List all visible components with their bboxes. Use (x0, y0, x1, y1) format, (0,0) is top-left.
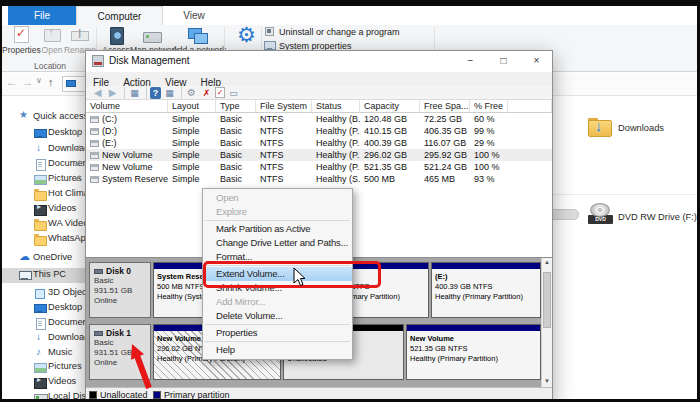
downloads-item-label[interactable]: Downloads (618, 123, 664, 133)
column-header-status[interactable]: Status (312, 100, 360, 113)
cell-type: Basic (216, 125, 256, 137)
sidebar-item-onedrive[interactable]: OneDrive (2, 251, 85, 266)
cell-status: Healthy (P... (312, 161, 360, 173)
open-button[interactable]: Open (39, 26, 65, 58)
music-icon (34, 348, 46, 359)
cell-capacity: 521.35 GB (360, 161, 420, 173)
uninstall-or-change-a-program-button[interactable]: Uninstall or change a program (264, 26, 400, 39)
context-menu-item-open[interactable]: Open (203, 191, 352, 205)
sidebar-item-desktop[interactable]: Desktop (2, 126, 85, 141)
sidebar-item-videos[interactable]: Videos (2, 202, 85, 217)
volume-row-new-volume[interactable]: New VolumeSimpleBasicNTFSHealthy (P...52… (86, 161, 552, 173)
sidebar-item-downloads[interactable]: Downloads (2, 142, 85, 157)
sidebar-item-pictures[interactable]: Pictures (2, 172, 85, 187)
cell-capacity: 400.39 GB (360, 137, 420, 149)
scroll-down-icon[interactable]: ▼ (542, 378, 552, 384)
video-icon (34, 377, 46, 388)
tab-file[interactable]: File (8, 6, 76, 25)
pc-icon (19, 270, 31, 281)
partition-size: 400.39 GB NTFS (435, 282, 540, 292)
sidebar-item-hot-climates[interactable]: Hot Climates (2, 187, 85, 202)
downloads-folder-icon[interactable]: ↓ (588, 116, 613, 138)
sidebar-item-quick-access[interactable]: Quick access (2, 110, 85, 125)
cell-pct_free: 99 % (470, 125, 508, 137)
sidebar-item-this-pc[interactable]: This PC (2, 268, 85, 283)
open-folder-icon (41, 26, 63, 44)
volume-row-new-volume[interactable]: New VolumeSimpleBasicNTFSHealthy (P...29… (86, 149, 552, 161)
scroll-thumb[interactable] (543, 272, 551, 328)
column-header-file-system[interactable]: File System (256, 100, 312, 113)
tab-computer[interactable]: Computer (76, 6, 163, 25)
maximize-button[interactable]: □ (487, 51, 520, 72)
red-highlight-box (203, 261, 381, 288)
dvd-drive-item-label[interactable]: DVD RW Drive (F:) (618, 212, 697, 222)
context-menu-item-delete-volume[interactable]: Delete Volume... (203, 309, 352, 323)
sidebar-item-wa-videos[interactable]: WA Videos (2, 217, 85, 232)
set-active-toolbar-icon[interactable]: ✓ (215, 87, 225, 98)
sidebar-item-documents[interactable]: Documents (2, 316, 85, 331)
view-panel-toolbar-icon[interactable]: ▭ (227, 87, 240, 99)
disk-management-toolbar: ◀▶▦?▦⚙✗✓▭ (86, 86, 552, 100)
forward-toolbar-icon[interactable]: ▶ (106, 87, 119, 99)
partition-new-volume[interactable]: New Volume521.35 GB NTFSHealthy (Primary… (406, 324, 541, 380)
delete-volume-toolbar-icon[interactable]: ✗ (200, 87, 213, 99)
disk-label-disk-0[interactable]: Disk 0Basic931.51 GBOnline (89, 262, 151, 318)
sidebar-item-whatsapp-imag[interactable]: WhatsApp Imag (2, 232, 85, 247)
sidebar-item-documents[interactable]: Documents (2, 157, 85, 172)
tab-view[interactable]: View (163, 6, 225, 25)
column-header-type[interactable]: Type (216, 100, 256, 113)
up-nav-button[interactable]: ↑ (48, 76, 54, 88)
forward-nav-button[interactable]: → (22, 76, 33, 88)
back-toolbar-icon[interactable]: ◀ (91, 87, 104, 99)
context-menu-item-change-drive-letter-and-paths[interactable]: Change Drive Letter and Paths... (203, 236, 352, 250)
pin-icon (74, 145, 82, 153)
disk-management-icon (92, 55, 104, 67)
sidebar-item-3d-objects[interactable]: 3D Objects (2, 286, 85, 301)
dvd-drive-icon[interactable] (588, 203, 614, 225)
recent-locations-nav-button[interactable]: ∨ (36, 76, 42, 85)
cell-volume: (C:) (86, 113, 168, 125)
context-menu-item-mark-partition-as-active[interactable]: Mark Partition as Active (203, 222, 352, 236)
column-header-volume[interactable]: Volume (86, 100, 168, 113)
cell-volume: New Volume (86, 161, 168, 173)
sidebar-item-videos[interactable]: Videos (2, 375, 85, 390)
volume-row-d[interactable]: (D:)SimpleBasicNTFSHealthy (P...410.15 G… (86, 125, 552, 137)
properties-button[interactable]: Properties (2, 26, 40, 58)
show-panes-toolbar-icon[interactable]: ▦ (163, 87, 176, 99)
console-tree-toolbar-icon[interactable]: ▦ (128, 87, 141, 99)
volume-row-c[interactable]: (C:)SimpleBasicNTFSHealthy (B...120.48 G… (86, 113, 552, 125)
objects-3d-icon (34, 288, 46, 299)
back-nav-button[interactable]: ← (6, 76, 17, 88)
menu-separator (205, 324, 350, 325)
partition-status: Healthy (Primary Partition) (435, 292, 540, 302)
rename-icon (69, 26, 91, 44)
frame-left (0, 0, 2, 402)
column-header-free-spa[interactable]: Free Spa... (420, 100, 470, 113)
close-button[interactable]: × (520, 51, 553, 72)
disk-pane-scrollbar[interactable]: ▲▼ (541, 258, 552, 387)
tools-toolbar-icon[interactable]: ⚙ (185, 87, 198, 99)
context-menu-item-add-mirror[interactable]: Add Mirror... (203, 295, 352, 309)
context-menu-item-explore[interactable]: Explore (203, 205, 352, 219)
sidebar-item-pictures[interactable]: Pictures (2, 360, 85, 375)
volume-row-e[interactable]: (E:)SimpleBasicNTFSHealthy (P...400.39 G… (86, 137, 552, 149)
column-header-capacity[interactable]: Capacity (360, 100, 420, 113)
volume-icon (90, 164, 99, 171)
column-header-layout[interactable]: Layout (168, 100, 216, 113)
partition-status: Healthy (Primary Partition) (410, 354, 540, 364)
volume-row-system-reserved[interactable]: System ReservedSimpleBasicNTFSHealthy (S… (86, 173, 552, 185)
folder-icon (34, 189, 46, 200)
cell-layout: Simple (168, 149, 216, 161)
scroll-up-icon[interactable]: ▲ (542, 259, 552, 265)
sidebar-item-downloads[interactable]: Downloads (2, 331, 85, 346)
minimize-button[interactable]: − (454, 51, 487, 72)
sidebar-item-label: This PC (33, 269, 66, 279)
partition-e[interactable]: (E:)400.39 GB NTFSHealthy (Primary Parti… (431, 262, 541, 318)
sidebar-item-desktop[interactable]: Desktop (2, 301, 85, 316)
context-menu-item-help[interactable]: Help (203, 343, 352, 357)
cell-status: Healthy (P... (312, 149, 360, 161)
context-menu-item-properties[interactable]: Properties (203, 326, 352, 340)
help-toolbar-icon[interactable]: ? (150, 87, 161, 99)
sidebar-item-music[interactable]: Music (2, 346, 85, 361)
column-header-free[interactable]: % Free (470, 100, 508, 113)
